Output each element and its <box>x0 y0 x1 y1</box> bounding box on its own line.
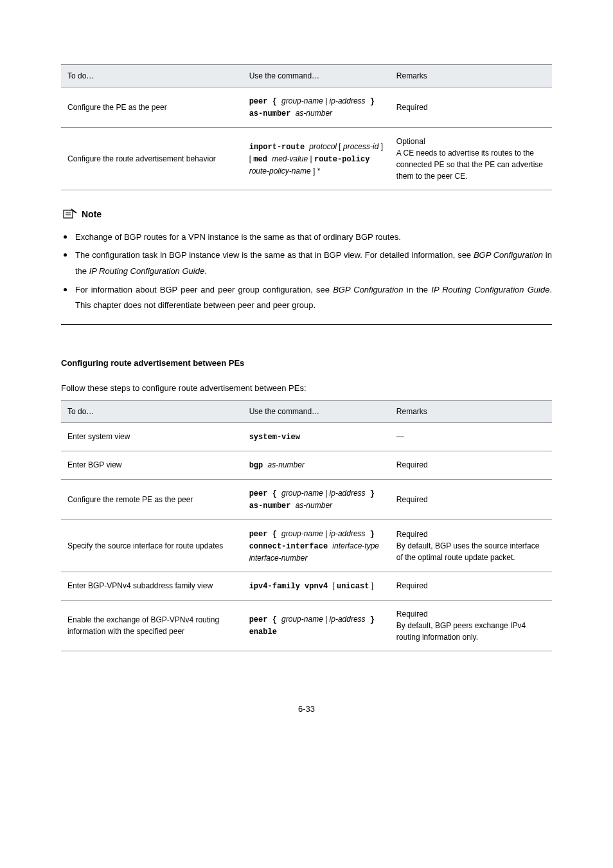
note-section: Note Exchange of BGP routes for a VPN in… <box>61 206 552 325</box>
cell-remarks: Required <box>390 87 552 128</box>
table-row: Enable the exchange of BGP-VPNv4 routing… <box>61 600 552 651</box>
table-row: Specify the source interface for route u… <box>61 520 552 572</box>
cell-cmd: bgp as-number <box>243 451 390 479</box>
th-todo: To do… <box>61 65 243 87</box>
cell-remarks: — <box>390 422 552 451</box>
cell-remarks: Required <box>390 479 552 520</box>
cell-remarks: Required <box>390 572 552 600</box>
list-item: The configuration task in BGP instance v… <box>75 248 552 279</box>
cell-cmd: system-view <box>243 422 390 451</box>
note-label: Note <box>82 208 102 221</box>
table-row: Configure the remote PE as the peer peer… <box>61 479 552 520</box>
th-remarks: Remarks <box>390 400 552 422</box>
table-row: Enter BGP view bgp as-number Required <box>61 451 552 479</box>
cell-todo: Enter system view <box>61 422 243 451</box>
svg-rect-0 <box>64 210 73 218</box>
th-cmd: Use the command… <box>243 400 390 422</box>
table-row: Configure the route advertisement behavi… <box>61 128 552 190</box>
cell-cmd: peer { group-name | ip-address } as-numb… <box>243 87 390 128</box>
note-bullet-list: Exchange of BGP routes for a VPN instanc… <box>61 230 552 314</box>
cell-todo: Enable the exchange of BGP-VPNv4 routing… <box>61 600 243 651</box>
cell-remarks: Required By default, BGP peers exchange … <box>390 600 552 651</box>
list-item: For information about BGP peer and peer … <box>75 282 552 314</box>
table-pe-peer: To do… Use the command… Remarks Configur… <box>61 64 552 190</box>
cell-todo: Configure the PE as the peer <box>61 87 243 128</box>
table-row: Enter BGP-VPNv4 subaddress family view i… <box>61 572 552 600</box>
cell-todo: Specify the source interface for route u… <box>61 520 243 572</box>
steps-intro: Follow these steps to configure route ad… <box>61 382 552 395</box>
table-row: Enter system view system-view — <box>61 422 552 451</box>
th-cmd: Use the command… <box>243 65 390 87</box>
note-icon <box>61 206 78 223</box>
cell-cmd: peer { group-name | ip-address } connect… <box>243 520 390 572</box>
table-pe-route-adv: To do… Use the command… Remarks Enter sy… <box>61 400 552 651</box>
page-number: 6-33 <box>61 703 552 716</box>
section-title: Configuring route advertisement between … <box>61 357 552 370</box>
cell-todo: Configure the route advertisement behavi… <box>61 128 243 190</box>
table-row: Configure the PE as the peer peer { grou… <box>61 87 552 128</box>
th-remarks: Remarks <box>390 65 552 87</box>
cell-cmd: ipv4-family vpnv4 [ unicast ] <box>243 572 390 600</box>
cell-remarks: Required <box>390 451 552 479</box>
cell-remarks: Optional A CE needs to advertise its rou… <box>390 128 552 190</box>
cell-todo: Enter BGP view <box>61 451 243 479</box>
cell-cmd: peer { group-name | ip-address } enable <box>243 600 390 651</box>
cell-remarks: Required By default, BGP uses the source… <box>390 520 552 572</box>
cell-cmd: peer { group-name | ip-address } as-numb… <box>243 479 390 520</box>
cell-todo: Configure the remote PE as the peer <box>61 479 243 520</box>
list-item: Exchange of BGP routes for a VPN instanc… <box>75 230 552 246</box>
cell-cmd: import-route protocol [ process-id ] [ m… <box>243 128 390 190</box>
cell-todo: Enter BGP-VPNv4 subaddress family view <box>61 572 243 600</box>
th-todo: To do… <box>61 400 243 422</box>
